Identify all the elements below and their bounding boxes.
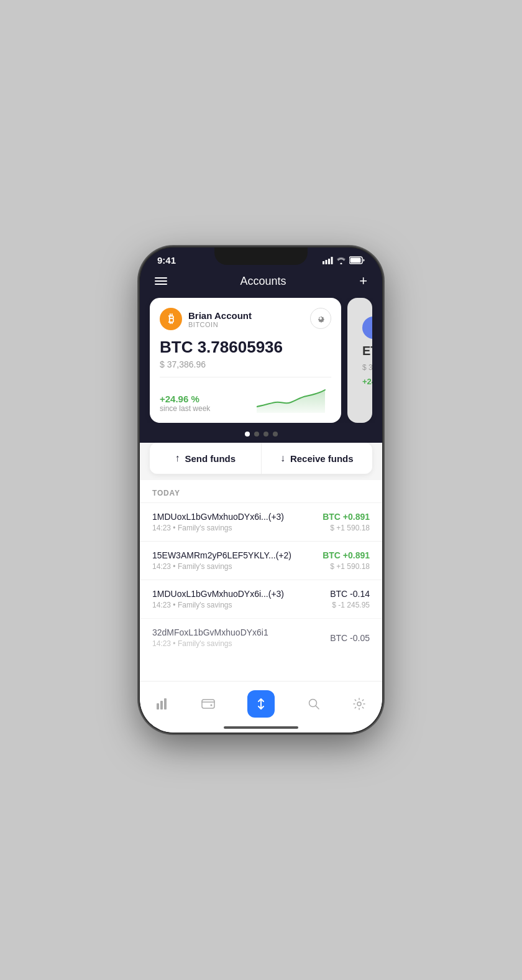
svg-rect-7 [160, 701, 163, 710]
dot-3 [263, 432, 268, 437]
settings-icon [352, 697, 366, 711]
send-funds-button[interactable]: ↑ Send funds [150, 443, 262, 474]
tx-right-2: BTC +0.891 $ +1 590.18 [323, 550, 370, 571]
nav-accounts[interactable] [194, 695, 222, 713]
transaction-item-2[interactable]: 15EW3AMRm2yP6LEF5YKLY...(+2) 14:23 • Fam… [140, 541, 382, 580]
card-settings-button[interactable] [310, 308, 331, 329]
change-label: since last week [160, 404, 210, 413]
card-change: +24.96 % since last week [160, 394, 210, 413]
nav-portfolio[interactable] [149, 695, 177, 713]
tx-left-4: 32dMFoxL1bGvMxhuoDYx6i1 14:23 • Family's… [152, 627, 330, 648]
nav-transfer[interactable] [240, 688, 282, 720]
wifi-icon [336, 257, 346, 264]
status-icons [323, 256, 365, 264]
mini-chart [257, 385, 331, 413]
tx-meta-2: 14:23 • Family's savings [152, 562, 323, 571]
page-title: Accounts [240, 275, 286, 288]
notch [214, 247, 308, 265]
change-percentage: +24.96 % [160, 394, 210, 404]
status-time: 9:41 [157, 255, 176, 266]
tx-left-3: 1MDUoxL1bGvMxhuoDYx6i...(+3) 14:23 • Fam… [152, 589, 330, 609]
tx-usd-2: $ +1 590.18 [323, 562, 370, 571]
svg-rect-9 [202, 700, 214, 708]
tx-meta-1: 14:23 • Family's savings [152, 524, 323, 532]
tx-address-4: 32dMFoxL1bGvMxhuoDYx6i1 [152, 627, 330, 637]
btc-icon: ₿ [160, 308, 182, 330]
nav-search[interactable] [300, 695, 328, 713]
tx-amount-1: BTC +0.891 [323, 512, 370, 522]
tx-usd-3: $ -1 245.95 [330, 601, 370, 609]
receive-funds-button[interactable]: ↓ Receive funds [262, 443, 373, 474]
transactions-section: TODAY 1MDUoxL1bGvMxhuoDYx6i...(+3) 14:23… [140, 480, 382, 681]
hamburger-menu-button[interactable] [155, 277, 167, 285]
card-divider [160, 377, 331, 377]
accounts-carousel: ₿ Brian Account BITCOIN BTC 3.7 [140, 298, 382, 423]
battery-icon [349, 256, 365, 264]
receive-label: Receive funds [290, 453, 354, 464]
add-account-button[interactable]: + [359, 273, 367, 289]
transactions-date-header: TODAY [140, 480, 382, 502]
tx-right-4: BTC -0.05 [330, 633, 370, 643]
svg-rect-1 [326, 260, 327, 264]
tx-left-1: 1MDUoxL1bGvMxhuoDYx6i...(+3) 14:23 • Fam… [152, 512, 323, 532]
tx-address-2: 15EW3AMRm2yP6LEF5YKLY...(+2) [152, 550, 323, 560]
nav-settings[interactable] [345, 695, 373, 713]
receive-icon: ↓ [280, 453, 285, 464]
svg-rect-8 [164, 698, 167, 710]
tx-right-1: BTC +0.891 $ +1 590.18 [323, 512, 370, 532]
tx-amount-2: BTC +0.891 [323, 550, 370, 560]
send-label: Send funds [185, 453, 236, 464]
action-buttons: ↑ Send funds ↓ Receive funds [150, 443, 372, 474]
tx-left-2: 15EW3AMRm2yP6LEF5YKLY...(+2) 14:23 • Fam… [152, 550, 323, 571]
tx-usd-1: $ +1 590.18 [323, 524, 370, 532]
svg-rect-5 [350, 258, 361, 263]
transaction-item-4[interactable]: 32dMFoxL1bGvMxhuoDYx6i1 14:23 • Family's… [140, 618, 382, 657]
tx-amount-4: BTC -0.05 [330, 633, 370, 643]
svg-rect-6 [157, 703, 159, 710]
svg-rect-0 [323, 261, 324, 264]
card-stats: +24.96 % since last week [160, 385, 331, 413]
phone-screen: 9:41 [140, 247, 382, 733]
eth-account-card-partial[interactable]: ETH $ 3386 +24.9 [347, 298, 372, 423]
home-indicator [224, 726, 298, 729]
transfer-active-icon [247, 690, 275, 718]
svg-point-12 [357, 702, 361, 706]
dot-4 [273, 432, 278, 437]
card-coin-info: ₿ Brian Account BITCOIN [160, 308, 252, 330]
header: Accounts + [140, 268, 382, 298]
bottom-navigation [140, 681, 382, 733]
account-name: Brian Account [188, 310, 252, 321]
tx-meta-4: 14:23 • Family's savings [152, 639, 330, 648]
dot-1 [245, 432, 250, 437]
white-section: ↑ Send funds ↓ Receive funds TODAY 1MDUo… [140, 443, 382, 733]
transaction-item-3[interactable]: 1MDUoxL1bGvMxhuoDYx6i...(+3) 14:23 • Fam… [140, 580, 382, 618]
wallet-icon [201, 697, 215, 711]
btc-account-card[interactable]: ₿ Brian Account BITCOIN BTC 3.7 [150, 298, 341, 423]
usd-balance: $ 37,386.96 [160, 359, 331, 369]
tx-meta-3: 14:23 • Family's savings [152, 601, 330, 609]
eth-icon [362, 317, 372, 339]
svg-rect-3 [331, 257, 333, 264]
send-icon: ↑ [175, 453, 180, 464]
tx-amount-3: BTC -0.14 [330, 589, 370, 599]
search-icon [307, 697, 321, 711]
tx-address-1: 1MDUoxL1bGvMxhuoDYx6i...(+3) [152, 512, 323, 522]
chart-icon [156, 697, 170, 711]
coin-label: BITCOIN [188, 321, 252, 328]
pagination-dots [140, 423, 382, 443]
signal-icon [323, 257, 333, 264]
phone-frame: 9:41 [140, 247, 382, 733]
tx-address-3: 1MDUoxL1bGvMxhuoDYx6i...(+3) [152, 589, 330, 599]
secondary-card-content: ETH $ 3386 +24.9 [357, 308, 367, 395]
dot-2 [254, 432, 259, 437]
btc-balance: BTC 3.78605936 [160, 338, 331, 357]
svg-rect-2 [328, 259, 330, 264]
tx-right-3: BTC -0.14 $ -1 245.95 [330, 589, 370, 609]
transaction-item-1[interactable]: 1MDUoxL1bGvMxhuoDYx6i...(+3) 14:23 • Fam… [140, 502, 382, 541]
svg-point-10 [211, 705, 213, 706]
